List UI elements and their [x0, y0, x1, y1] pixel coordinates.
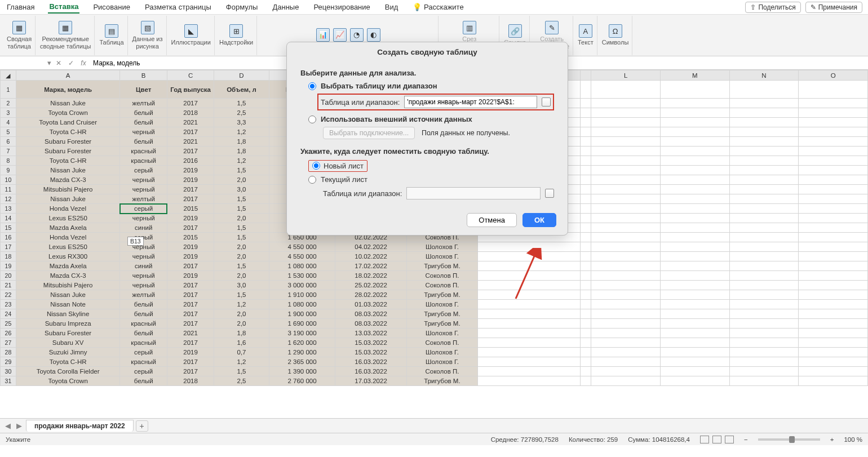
cell[interactable]	[478, 271, 581, 281]
cell[interactable]: Mazda Axela	[16, 261, 120, 271]
select-all-corner[interactable]: ◢	[1, 70, 16, 81]
cell[interactable]	[799, 214, 868, 223]
cancel-icon[interactable]: ✕	[54, 59, 64, 67]
cell[interactable]	[799, 281, 868, 290]
cell[interactable]: Toyota Crown	[16, 376, 120, 386]
menu-draw[interactable]: Рисование	[92, 1, 131, 13]
cell[interactable]: белый	[120, 118, 167, 127]
row-header[interactable]: 26	[1, 329, 16, 338]
cell[interactable]	[478, 242, 581, 252]
cell[interactable]: 16.03.2022	[335, 357, 406, 367]
cell[interactable]: Lexus ES250	[16, 214, 120, 223]
cell[interactable]	[660, 252, 729, 261]
cell[interactable]: 2,5	[214, 108, 269, 118]
cell[interactable]	[478, 281, 581, 290]
cell[interactable]: красный	[120, 156, 167, 166]
cell[interactable]	[799, 108, 868, 118]
cell[interactable]	[478, 252, 581, 261]
cell[interactable]	[799, 194, 868, 204]
cell[interactable]: 2,0	[214, 319, 269, 329]
ribbon-illustrations[interactable]: ◣Иллюстрации	[168, 16, 215, 55]
cell[interactable]: 2 760 000	[269, 376, 335, 386]
range-input[interactable]	[404, 96, 537, 108]
cell[interactable]	[591, 233, 661, 242]
cell[interactable]	[799, 329, 868, 338]
cell[interactable]: 2017	[167, 309, 214, 319]
cell[interactable]: серый	[120, 367, 167, 376]
cell[interactable]: 2019	[167, 175, 214, 185]
cell[interactable]: Toyota Crown	[16, 108, 120, 118]
row-header[interactable]: 19	[1, 261, 16, 271]
cell[interactable]: красный	[120, 357, 167, 367]
cell[interactable]: черный	[120, 127, 167, 137]
cell[interactable]	[591, 319, 661, 329]
cell[interactable]	[581, 204, 591, 214]
cell[interactable]	[581, 214, 591, 223]
cell[interactable]	[581, 309, 591, 319]
cell[interactable]	[660, 233, 729, 242]
cell[interactable]	[591, 166, 661, 175]
cell[interactable]	[799, 185, 868, 194]
cell[interactable]: 1,2	[214, 156, 269, 166]
cell[interactable]	[581, 166, 591, 175]
zoom-out-icon[interactable]: −	[744, 436, 748, 443]
radio-existing-sheet[interactable]: Текущий лист	[308, 175, 554, 184]
cell[interactable]: 1,5	[214, 204, 269, 214]
cell[interactable]: 3 190 000	[269, 329, 335, 338]
cell[interactable]: красный	[120, 319, 167, 329]
cell[interactable]: 1 620 000	[269, 338, 335, 348]
cell[interactable]: 2021	[167, 137, 214, 147]
cell[interactable]	[581, 348, 591, 357]
cell[interactable]	[799, 300, 868, 309]
cell[interactable]	[660, 137, 729, 147]
column-header[interactable]: N	[729, 70, 799, 81]
cell[interactable]: 2019	[167, 348, 214, 357]
cell[interactable]	[660, 261, 729, 271]
cell[interactable]: 2,0	[214, 309, 269, 319]
cell[interactable]: 10.02.2022	[335, 252, 406, 261]
cell[interactable]: 1,5	[214, 99, 269, 108]
cell[interactable]	[581, 127, 591, 137]
cell[interactable]: 4 550 000	[269, 252, 335, 261]
cell[interactable]	[729, 329, 799, 338]
row-header[interactable]: 11	[1, 185, 16, 194]
cell[interactable]	[729, 348, 799, 357]
cell[interactable]: 1,5	[214, 233, 269, 242]
row-header[interactable]: 25	[1, 319, 16, 329]
cell[interactable]: 1,5	[214, 367, 269, 376]
cell[interactable]	[729, 338, 799, 348]
cell[interactable]: Тригубов М.	[406, 319, 477, 329]
cell[interactable]: Nissan Skyline	[16, 309, 120, 319]
row-header[interactable]: 7	[1, 147, 16, 156]
cell[interactable]	[660, 147, 729, 156]
cell[interactable]	[729, 367, 799, 376]
range-picker-icon[interactable]	[542, 97, 551, 107]
cell[interactable]: белый	[120, 329, 167, 338]
cell[interactable]	[581, 319, 591, 329]
cell[interactable]	[729, 290, 799, 300]
cell[interactable]	[729, 300, 799, 309]
cell[interactable]	[799, 309, 868, 319]
cell[interactable]	[799, 271, 868, 281]
ribbon-text[interactable]: AТекст	[574, 16, 597, 55]
ribbon-pivottable[interactable]: ▦Сводная таблица	[3, 16, 36, 55]
cell[interactable]	[581, 223, 591, 233]
cell[interactable]: Toyota C-HR	[16, 357, 120, 367]
cell[interactable]	[799, 156, 868, 166]
row-header[interactable]: 31	[1, 376, 16, 386]
cell[interactable]	[729, 204, 799, 214]
cell[interactable]	[591, 261, 661, 271]
cell[interactable]: Соколов П.	[406, 338, 477, 348]
cell[interactable]	[591, 242, 661, 252]
cell[interactable]: 2021	[167, 329, 214, 338]
radio-new-sheet-input[interactable]	[312, 162, 320, 170]
cell[interactable]: Honda Vezel	[16, 233, 120, 242]
cell[interactable]: 1,6	[214, 338, 269, 348]
cell[interactable]: серый	[120, 166, 167, 175]
cell[interactable]: Шолохов Г.	[406, 329, 477, 338]
cell[interactable]: 2017	[167, 223, 214, 233]
cell[interactable]	[660, 156, 729, 166]
cell[interactable]	[729, 376, 799, 386]
cell[interactable]	[799, 223, 868, 233]
column-header[interactable]: M	[660, 70, 729, 81]
